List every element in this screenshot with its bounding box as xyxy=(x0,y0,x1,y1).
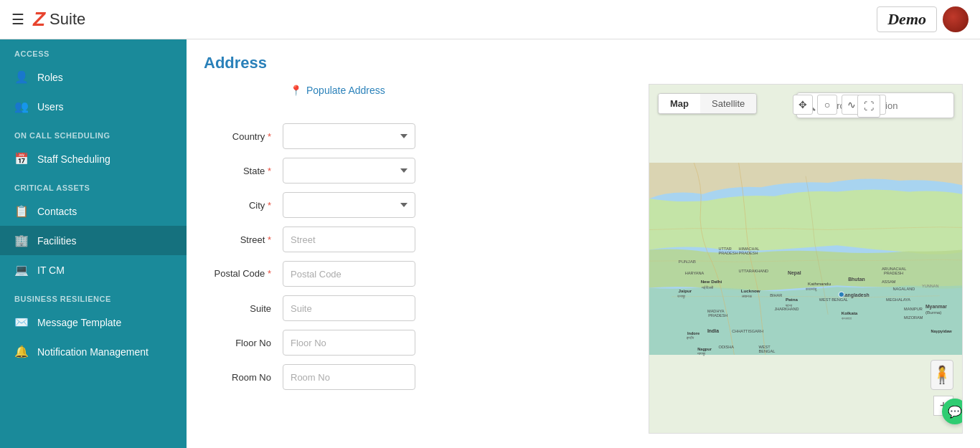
country-select[interactable] xyxy=(283,123,415,149)
suite-input[interactable] xyxy=(283,295,415,321)
calendar-icon: 📅 xyxy=(14,152,29,166)
map-expand-button[interactable]: ⛶ xyxy=(857,95,880,118)
content-area: Address 📍 Populate Address Country * xyxy=(187,39,980,448)
svg-text:Myanmar: Myanmar xyxy=(925,304,947,310)
demo-button[interactable]: Demo xyxy=(877,6,937,32)
chat-button[interactable]: 💬 xyxy=(942,399,963,424)
sidebar-item-staff-scheduling[interactable]: 📅 Staff Scheduling xyxy=(0,144,187,173)
hamburger-menu-icon[interactable]: ☰ xyxy=(11,11,24,28)
svg-text:लखनऊ: लखनऊ xyxy=(741,294,753,298)
sidebar-item-label: Facilities xyxy=(37,235,76,247)
person-icon: 🧍 xyxy=(931,365,953,385)
room-no-label: Room No xyxy=(204,372,283,383)
contacts-icon: 📋 xyxy=(14,204,29,218)
svg-text:Kolkata: Kolkata xyxy=(842,310,858,315)
topbar: ☰ Z Suite Demo xyxy=(0,0,980,39)
state-label: State * xyxy=(204,166,283,176)
required-star: * xyxy=(268,131,271,142)
tab-satellite[interactable]: Satellite xyxy=(700,94,756,113)
sidebar-section-access: ACCESS xyxy=(0,39,187,62)
svg-text:কলকাতা: কলকাতা xyxy=(842,316,852,320)
sidebar-item-label: Message Template xyxy=(37,317,121,328)
svg-text:इन्दौर: इन्दौर xyxy=(686,335,694,340)
svg-text:BIHAR: BIHAR xyxy=(770,293,782,297)
suite-row: Suite xyxy=(204,295,641,321)
sidebar-item-users[interactable]: 👥 Users xyxy=(0,92,187,121)
message-template-icon: ✉️ xyxy=(14,315,29,329)
svg-text:JHARKHAND: JHARKHAND xyxy=(774,307,798,311)
floor-no-label: Floor No xyxy=(204,338,283,348)
avatar[interactable] xyxy=(943,6,969,32)
sidebar-section-oncall: ON CALL SCHEDULING xyxy=(0,121,187,144)
location-pin-icon: 📍 xyxy=(290,85,302,96)
logo-z-letter: Z xyxy=(33,8,45,31)
svg-text:BENGAL: BENGAL xyxy=(759,349,776,353)
sidebar-item-roles[interactable]: 👤 Roles xyxy=(0,62,187,92)
svg-text:MEGHALAYA: MEGHALAYA xyxy=(886,297,910,302)
svg-text:Nagpur: Nagpur xyxy=(697,347,712,351)
city-label: City * xyxy=(204,200,283,211)
sidebar-item-itcm[interactable]: 💻 IT CM xyxy=(0,255,187,285)
required-star: * xyxy=(268,268,271,279)
sidebar-item-message-template[interactable]: ✉️ Message Template xyxy=(0,308,187,337)
logo-suite-text: Suite xyxy=(50,10,85,29)
populate-address-label: Populate Address xyxy=(306,85,385,96)
svg-text:India: India xyxy=(707,328,719,333)
svg-text:PRADESH: PRADESH xyxy=(739,251,758,255)
postal-code-row: Postal Code * xyxy=(204,261,641,287)
required-star: * xyxy=(268,234,271,245)
form-side: 📍 Populate Address Country * xyxy=(204,84,649,434)
svg-text:ARUNACHAL: ARUNACHAL xyxy=(882,267,907,271)
map-side: 🔍 xyxy=(649,84,963,434)
svg-text:नागपुर: नागपुर xyxy=(697,351,706,356)
room-no-input[interactable] xyxy=(283,364,415,390)
svg-text:काठमांडू: काठमांडू xyxy=(805,287,817,292)
sidebar: ACCESS 👤 Roles 👥 Users ON CALL SCHEDULIN… xyxy=(0,39,187,448)
svg-text:नई दिल्ली: नई दिल्ली xyxy=(701,285,714,290)
svg-text:Bangladesh: Bangladesh xyxy=(842,292,870,298)
circle-tool-icon[interactable]: ○ xyxy=(817,95,837,115)
country-label: Country * xyxy=(204,131,283,142)
form-map-container: 📍 Populate Address Country * xyxy=(204,84,963,434)
svg-text:(Burma): (Burma) xyxy=(925,310,941,315)
suite-label: Suite xyxy=(204,303,283,314)
svg-text:ODISHA: ODISHA xyxy=(719,345,735,349)
floor-no-input[interactable] xyxy=(283,330,415,356)
map-svg: PUNJAB HARYANA Jaipur जयपुर New Delhi नई… xyxy=(649,85,962,433)
svg-text:CHHATTISGARH: CHHATTISGARH xyxy=(732,329,763,333)
street-input[interactable] xyxy=(283,227,415,252)
svg-text:PRADESH: PRADESH xyxy=(719,251,738,255)
floor-no-row: Floor No xyxy=(204,330,641,356)
svg-text:PUNJAB: PUNJAB xyxy=(678,259,696,264)
svg-text:MANIPUR: MANIPUR xyxy=(904,307,923,311)
country-row: Country * xyxy=(204,123,641,149)
svg-text:HIMACHAL: HIMACHAL xyxy=(739,247,760,251)
svg-text:Patna: Patna xyxy=(786,297,798,302)
expand-icon[interactable]: ⛶ xyxy=(857,95,880,118)
svg-text:Jaipur: Jaipur xyxy=(678,288,692,293)
sidebar-item-label: Contacts xyxy=(37,206,77,217)
city-select[interactable] xyxy=(283,192,415,218)
svg-text:Indore: Indore xyxy=(687,331,699,335)
city-row: City * xyxy=(204,192,641,218)
postal-code-input[interactable] xyxy=(283,261,415,287)
sidebar-item-facilities[interactable]: 🏢 Facilities xyxy=(0,226,187,255)
map-tabs: Map Satellite xyxy=(658,93,757,114)
sidebar-item-label: Users xyxy=(37,101,64,113)
sidebar-item-contacts[interactable]: 📋 Contacts xyxy=(0,196,187,226)
state-select[interactable] xyxy=(283,158,415,184)
cursor-tool-icon[interactable]: ✥ xyxy=(793,95,813,115)
svg-text:UTTAR: UTTAR xyxy=(719,247,732,251)
sidebar-item-notification-management[interactable]: 🔔 Notification Management xyxy=(0,337,187,366)
sidebar-section-business-resilience: BUSINESS RESILIENCE xyxy=(0,285,187,308)
tab-map[interactable]: Map xyxy=(659,94,700,113)
streetview-person-icon[interactable]: 🧍 xyxy=(930,360,953,390)
svg-text:Nepal: Nepal xyxy=(788,270,801,276)
map-container: PUNJAB HARYANA Jaipur जयपुर New Delhi नई… xyxy=(649,84,963,434)
svg-text:Naypyidaw: Naypyidaw xyxy=(930,329,952,333)
sidebar-item-label: Staff Scheduling xyxy=(37,153,110,165)
topbar-right: Demo xyxy=(877,6,969,32)
chat-icon: 💬 xyxy=(948,405,962,419)
street-row: Street * xyxy=(204,227,641,252)
populate-address-button[interactable]: 📍 Populate Address xyxy=(290,85,385,96)
